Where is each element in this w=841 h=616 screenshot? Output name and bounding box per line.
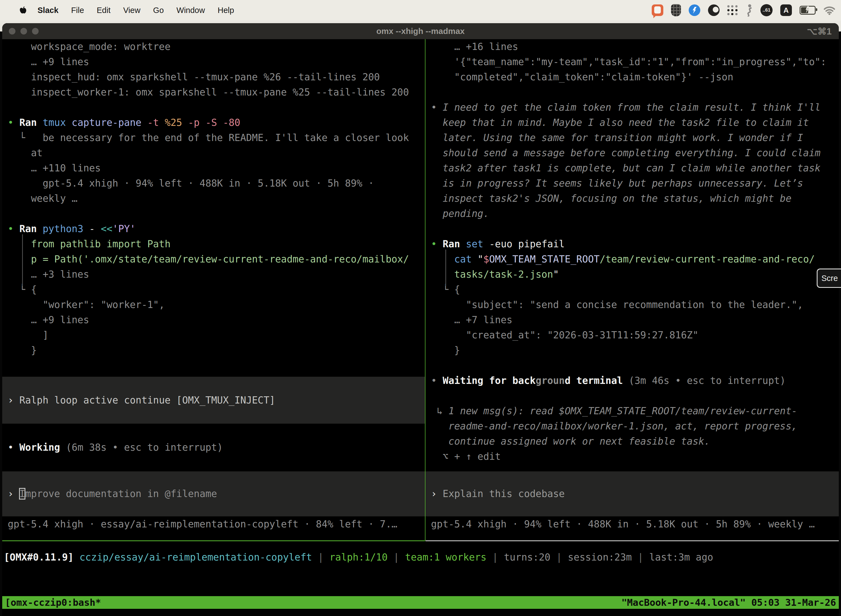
command-body-block: from pathlib import Path p = Path('.omx/… xyxy=(8,236,425,282)
omx-status-line: [OMX#0.11.9] cczip/essay/ai-reimplementa… xyxy=(4,550,713,565)
env-var: OMX_TEAM_STATE_ROOT xyxy=(489,254,599,265)
menu-item-view[interactable]: View xyxy=(123,6,141,15)
left-terminal-pane[interactable]: workspace_mode: worktree … +9 lines insp… xyxy=(2,39,425,540)
omx-session-path: cczip/essay/ai-reimplementation-copyleft xyxy=(74,552,312,563)
separator: | xyxy=(632,552,649,563)
tmux-status-bar: [omx-cczip0:bash* "MacBook-Pro-44.local"… xyxy=(2,596,839,609)
dollar-sign: $ xyxy=(484,254,489,265)
run-bullet-icon: • xyxy=(431,238,442,249)
indent xyxy=(431,269,454,280)
window-title: omx --xhigh --madmax xyxy=(377,26,464,36)
terminal-line xyxy=(431,85,839,100)
terminal-line: … +7 lines xyxy=(431,312,839,328)
command-line-tmux: • Ran tmux capture-pane -t %25 -p -S -80 xyxy=(8,115,425,130)
heredoc-operator: << xyxy=(101,223,112,234)
terminal-line: inspect_worker-1: omx sparkshell --tmux-… xyxy=(8,85,425,100)
thinking-line: is in progress? It seems likely but perh… xyxy=(431,176,839,191)
run-bullet-icon: • xyxy=(8,117,19,128)
tmux-session-name[interactable]: [omx-cczip0:bash* xyxy=(5,596,101,609)
text-cursor[interactable]: I xyxy=(19,488,25,499)
mailbox-notice-line: readme-and-reco/mailbox/worker-1.json, a… xyxy=(431,419,839,434)
ralph-counter: ralph:1/10 xyxy=(330,552,388,563)
battery-charging-icon[interactable] xyxy=(800,6,816,15)
separator: | xyxy=(388,552,405,563)
code-line: cat "$OMX_TEAM_STATE_ROOT/team/review-cu… xyxy=(431,252,839,267)
right-prompt-input[interactable]: › Explain this codebase xyxy=(425,471,839,516)
terminal-line xyxy=(431,388,839,403)
waiting-status: • Waiting for background terminal (3m 46… xyxy=(431,373,839,388)
menu-item-help[interactable]: Help xyxy=(218,6,234,15)
flag: -t xyxy=(147,117,165,128)
ralph-loop-banner: › Ralph loop active continue [OMX_TMUX_I… xyxy=(2,377,425,424)
code-line: from pathlib import Path xyxy=(8,236,425,252)
left-prompt-input[interactable]: › Improve documentation in @filename xyxy=(2,471,425,516)
menu-item-go[interactable]: Go xyxy=(153,6,164,15)
command-body-block: cat "$OMX_TEAM_STATE_ROOT/team/review-cu… xyxy=(431,252,839,282)
window-shortcut-hint: ⌥⌘1 xyxy=(807,26,832,37)
terminal-line: "subject": "send a concise recommendatio… xyxy=(431,297,839,312)
menu-item-window[interactable]: Window xyxy=(177,6,205,15)
count-badge-icon[interactable]: ..61 xyxy=(760,4,772,16)
right-terminal-pane[interactable]: … +16 lines '{"team_name":"my-team","tas… xyxy=(425,39,839,540)
command-line-set: • Ran set -euo pipefail xyxy=(431,236,839,252)
last-activity: last:3m ago xyxy=(649,552,713,563)
apple-menu-icon[interactable] xyxy=(19,6,26,15)
terminal-line: └ { xyxy=(431,282,839,297)
menu-item-edit[interactable]: Edit xyxy=(97,6,111,15)
thinking-line: keep that in mind. Maybe I also need the… xyxy=(431,115,839,130)
wifi-icon[interactable] xyxy=(823,6,835,15)
run-bullet-icon: • xyxy=(8,223,19,234)
ran-label: Ran xyxy=(19,223,42,234)
terminal-line: └ be necessary for the end of the README… xyxy=(8,130,425,145)
dots-grid-icon[interactable] xyxy=(727,5,738,15)
waiting-label: Waiting for back xyxy=(442,375,536,386)
menu-app-name[interactable]: Slack xyxy=(38,6,59,15)
right-pane-border xyxy=(425,540,839,541)
command-name: tmux xyxy=(42,117,72,128)
quote: " xyxy=(553,269,559,280)
waiting-label-shimmer: groun xyxy=(536,375,564,386)
tmux-host-clock: "MacBook-Pro-44.local" 05:03 31-Mar-26 xyxy=(621,596,836,609)
ralph-loop-text: Ralph loop active continue [OMX_TMUX_INJ… xyxy=(19,395,275,406)
traffic-light-buttons xyxy=(9,28,39,35)
mailbox-notice-line: ↳ 1 new msg(s): read $OMX_TEAM_STATE_ROO… xyxy=(431,403,839,419)
input-placeholder: mprove documentation in @filename xyxy=(25,488,217,499)
ran-label: Ran xyxy=(442,238,466,249)
screen-share-chip[interactable]: Scre xyxy=(817,268,841,288)
terminal-line: "completed","claim_token":"claim-token"}… xyxy=(431,70,839,85)
pane-divider[interactable] xyxy=(425,39,425,541)
working-meta: (6m 38s • esc to interrupt) xyxy=(60,442,223,453)
shield-grid-icon[interactable] xyxy=(671,4,681,16)
separator: | xyxy=(486,552,504,563)
audio-hook-icon[interactable] xyxy=(746,4,753,16)
terminal-line: inspect_hud: omx sparkshell --tmux-pane … xyxy=(8,70,425,85)
thought-bullet-icon: • xyxy=(431,102,442,113)
close-button[interactable] xyxy=(9,28,15,35)
mailbox-notice-text: 1 new msg(s): read $OMX_TEAM_STATE_ROOT/… xyxy=(448,405,797,417)
working-status: • Working (6m 38s • esc to interrupt) xyxy=(2,440,425,455)
command-name: python3 xyxy=(42,223,89,234)
zoom-button[interactable] xyxy=(32,28,39,35)
command-line-python: • Ran python3 - <<'PY' xyxy=(8,221,425,236)
minimize-button[interactable] xyxy=(21,28,27,35)
terminal-line: } xyxy=(431,343,839,358)
heredoc-tag: 'PY' xyxy=(112,223,135,234)
input-source-icon[interactable]: A xyxy=(780,4,792,16)
file-path: /team/review-current-readme-and-reco/ xyxy=(599,254,815,265)
menu-item-file[interactable]: File xyxy=(71,6,84,15)
code-line: p = Path('.omx/state/team/review-current… xyxy=(8,252,425,267)
separator: | xyxy=(312,552,330,563)
chat-app-icon[interactable] xyxy=(652,4,663,16)
screen: Slack File Edit View Go Window Help ..61… xyxy=(0,0,841,616)
left-pane-border xyxy=(2,540,425,541)
file-path: tasks/task-2.json xyxy=(454,269,553,280)
thinking-line: pending. xyxy=(431,206,839,221)
terminal-line: gpt-5.4 xhigh · 94% left · 488K in · 5.1… xyxy=(8,176,425,191)
left-model-statusline: gpt-5.4 xhigh · essay/ai-reimplementatio… xyxy=(2,517,425,532)
terminal-line xyxy=(8,206,425,221)
ralph-loop-line: › Ralph loop active continue [OMX_TMUX_I… xyxy=(2,393,275,408)
menu-bar: Slack File Edit View Go Window Help ..61… xyxy=(0,0,841,21)
power-badge-icon[interactable] xyxy=(689,4,700,16)
window-titlebar[interactable]: omx --xhigh --madmax ⌥⌘1 xyxy=(2,23,839,39)
dark-crescent-icon[interactable] xyxy=(708,4,719,16)
